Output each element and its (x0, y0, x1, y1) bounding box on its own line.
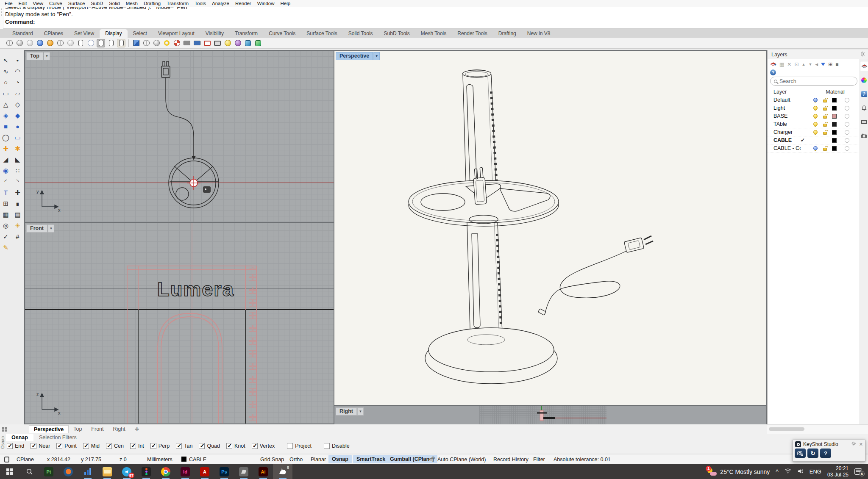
rendered-display-icon[interactable] (36, 39, 44, 47)
menu-surface[interactable]: Surface (65, 1, 88, 6)
viewport-perspective-title[interactable]: Perspective (336, 52, 373, 60)
analyze-tool-icon[interactable]: # (12, 231, 23, 242)
acrobat-app[interactable]: A (195, 464, 214, 479)
layer-visibility-bulb-icon[interactable] (813, 146, 818, 150)
pen-display-icon[interactable] (97, 39, 105, 47)
artistic-display-icon[interactable] (66, 39, 75, 47)
rhino-app[interactable]: 8 (273, 464, 292, 479)
projector-icon[interactable] (183, 39, 191, 47)
menu-transform[interactable]: Transform (164, 1, 192, 6)
knot-checkbox[interactable] (226, 443, 232, 449)
toggle-record-history[interactable]: Record History (493, 457, 529, 462)
menu-help[interactable]: Help (278, 1, 294, 6)
layer-row-table[interactable]: TAble (768, 120, 860, 128)
quad-checkbox[interactable] (199, 443, 205, 449)
chamfer-edge-icon[interactable]: ◣ (12, 154, 23, 165)
environment-icon[interactable] (244, 39, 252, 47)
toggle-filter[interactable]: Filter (533, 457, 545, 462)
keyshot-gear-icon[interactable] (851, 441, 856, 447)
weather-widget[interactable]: 1 25°C Mostly sunny (707, 468, 770, 476)
mid-checkbox[interactable] (83, 443, 89, 449)
figma-app[interactable] (136, 464, 156, 479)
layer-visibility-bulb-icon[interactable] (813, 130, 818, 134)
command-prompt[interactable]: Command: (5, 19, 868, 25)
tab-curve-tools[interactable]: Curve Tools (263, 29, 301, 38)
menu-file[interactable]: File (2, 1, 16, 6)
status-current-layer[interactable]: CABLE (189, 457, 206, 462)
status-cplane-icon[interactable] (4, 457, 9, 462)
start-button[interactable] (0, 464, 19, 479)
viewport-perspective-dropdown-icon[interactable]: ▼ (373, 52, 380, 60)
layer-color-swatch[interactable] (832, 138, 837, 143)
new-sublayer-icon[interactable]: ▦ (779, 61, 784, 67)
scrollbar-thumb[interactable] (769, 427, 804, 431)
osnap-option-tan[interactable]: Tan (176, 443, 192, 449)
layer-lock-icon[interactable] (823, 100, 827, 102)
menu-drafting[interactable]: Drafting (141, 1, 164, 6)
explode-tool-icon[interactable]: ✱ (12, 143, 23, 154)
menu-subd[interactable]: SubD (88, 1, 106, 6)
tab-surface-tools[interactable]: Surface Tools (301, 29, 343, 38)
fillet-edge-icon[interactable]: ◢ (0, 154, 11, 165)
vertex-checkbox[interactable] (252, 443, 258, 449)
viewport-right-title[interactable]: Right (336, 407, 357, 415)
osnap-option-knot[interactable]: Knot (226, 443, 245, 449)
raytraced-display-icon[interactable] (46, 39, 54, 47)
viewport-front-title[interactable]: Front (26, 224, 47, 233)
move-layer-up-icon[interactable]: ▲ (801, 62, 805, 66)
point-tool-icon[interactable]: • (12, 55, 23, 66)
tray-expand-icon[interactable]: ^ (776, 468, 779, 475)
osnap-option-disable[interactable]: Disable (324, 443, 350, 449)
layers-search-box[interactable] (770, 77, 857, 86)
xray-display-icon[interactable] (56, 39, 64, 47)
helix-tool-icon[interactable]: ◇ (12, 99, 23, 110)
wifi-icon[interactable] (785, 468, 791, 475)
tab-drafting[interactable]: Drafting (493, 29, 522, 38)
layer-color-swatch[interactable] (832, 130, 837, 135)
tab-transform[interactable]: Transform (229, 29, 263, 38)
language-indicator[interactable]: ENG (810, 468, 821, 475)
status-units[interactable]: Millimeters (147, 457, 172, 462)
volume-icon[interactable] (797, 468, 804, 475)
menu-edit[interactable]: Edit (16, 1, 30, 6)
toggle-planar[interactable]: Planar (311, 457, 326, 462)
wireframe-display-icon[interactable] (5, 39, 14, 47)
layer-row-charger[interactable]: Charger (768, 128, 860, 136)
hatch-tool-icon[interactable]: ▦ (0, 209, 11, 220)
ghosted-display-icon[interactable] (25, 39, 34, 47)
keyshot-titlebar[interactable]: KeyShot Studio ✕ (793, 440, 865, 448)
ground-plane-icon[interactable] (254, 39, 262, 47)
osnap-tab[interactable]: Osnap (6, 434, 33, 441)
tab-subd-tools[interactable]: SubD Tools (378, 29, 415, 38)
menu-window[interactable]: Window (254, 1, 278, 6)
search-input[interactable] (779, 78, 843, 84)
layer-visibility-bulb-icon[interactable] (813, 98, 818, 102)
viewport-tab-front[interactable]: Front (86, 425, 108, 433)
pen-tool-icon[interactable]: ✎ (0, 242, 11, 253)
delete-layer-icon[interactable]: ✕ (787, 61, 791, 67)
project-checkbox[interactable] (287, 443, 293, 449)
select-pointer-icon[interactable]: ↖ (0, 55, 11, 66)
layer-color-swatch[interactable] (832, 106, 837, 111)
layer-row-base[interactable]: BASE (768, 112, 860, 120)
tab-set-view[interactable]: Set View (69, 29, 100, 38)
shade-preview-icon[interactable] (152, 39, 161, 47)
boolean-tool-icon[interactable]: ✚ (0, 143, 11, 154)
indesign-app[interactable]: Id (175, 464, 195, 479)
toggle-osnap[interactable]: Osnap (328, 455, 352, 463)
extend-curve-icon[interactable]: ◝ (12, 176, 23, 187)
menu-analyze[interactable]: Analyze (209, 1, 232, 6)
shaded-display-icon[interactable] (15, 39, 24, 47)
layers-panel-tab[interactable] (860, 61, 868, 71)
menu-mesh[interactable]: Mesh (123, 1, 141, 6)
named-views-panel-tab[interactable] (860, 131, 868, 141)
current-layer-swatch[interactable] (181, 457, 186, 462)
viewport-grid-icon[interactable] (2, 427, 7, 432)
display-modes-panel-tab[interactable] (860, 117, 868, 127)
panel-gear-icon[interactable] (860, 51, 865, 58)
rectangle-tool-icon[interactable]: ▭ (0, 88, 11, 99)
toggle-smarttrack[interactable]: SmartTrack (353, 455, 389, 463)
cplane-shading-icon[interactable] (172, 39, 181, 47)
circle-tool-icon[interactable]: ○ (0, 77, 11, 88)
perp-checkbox[interactable] (150, 443, 156, 449)
